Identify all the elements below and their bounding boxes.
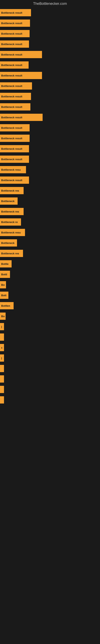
bar-row: Bottle [0, 258, 100, 269]
bar-label: Bott [1, 294, 6, 297]
bar-label: Bottleneck re [1, 220, 18, 224]
bar-row: Bott [0, 290, 100, 300]
bar-label: Bo [1, 283, 4, 286]
result-bar: Bottleneck re [0, 218, 21, 226]
bar-label: Bottleneck [1, 200, 14, 203]
bar-row: Bottleneck result [0, 122, 100, 133]
result-bar: Bottleneck result [0, 176, 29, 184]
bar-label: Bottleneck result [1, 95, 22, 98]
bar-label: Bottleneck [1, 242, 14, 244]
bar-label: Bottleneck result [1, 116, 22, 119]
result-bar: Bottleneck result [0, 135, 30, 142]
bar-row: Bottl [0, 269, 100, 280]
result-bar: Bottleneck result [0, 30, 30, 37]
bar-row: Bottleneck res [0, 185, 100, 196]
result-bar: Bottle [0, 260, 12, 268]
bar-label: Bottl [1, 273, 7, 276]
result-bar: Bottleneck [0, 239, 17, 246]
result-bar [0, 334, 4, 341]
bar-row: Bottleneck resu [0, 227, 100, 238]
result-bar [0, 365, 4, 372]
result-bar: | [0, 323, 4, 330]
bar-row: Bottleneck res [0, 206, 100, 217]
bar-label: | [1, 356, 2, 360]
bar-row: Bottleneck result [0, 39, 100, 49]
result-bar: Bottleneck result [0, 82, 32, 90]
bar-label: Bottleneck res [1, 252, 19, 255]
bars-container: Bottleneck resultBottleneck resultBottle… [0, 8, 100, 405]
bar-label: Bottleneck result [1, 22, 22, 25]
bar-label: Bottleneck result [1, 43, 22, 46]
bar-label: Bottle [1, 262, 9, 266]
title-text: TheBottlenecker.com [33, 2, 67, 6]
bar-row [0, 332, 100, 342]
bar-label: Bottleneck res [1, 210, 19, 213]
bar-row: Bo [0, 280, 100, 290]
bar-label: Bottleneck result [1, 64, 22, 66]
bar-row [0, 374, 100, 384]
bar-label: Bottleneck result [1, 106, 22, 108]
result-bar: Bottl [0, 271, 10, 278]
result-bar: Bottleneck res [0, 187, 24, 194]
bar-label: ε [1, 346, 2, 349]
bar-row: Bottleneck result [0, 102, 100, 112]
result-bar: ε [0, 344, 4, 351]
bar-row: Bottleneck [0, 238, 100, 248]
result-bar: Bottleneck res [0, 208, 24, 215]
result-bar: Bottleneck result [0, 62, 29, 69]
result-bar: Bottleneck [0, 198, 18, 205]
result-bar: Bottleneck result [0, 145, 29, 152]
bar-label: Bottleneck result [1, 74, 22, 77]
bar-label: Bottleneck result [1, 32, 22, 35]
bar-row: Bottleneck result [0, 144, 100, 154]
bar-label: Bottleneck res [1, 189, 19, 192]
result-bar: Bott [0, 292, 8, 299]
bar-row: Bottleneck result [0, 175, 100, 185]
result-bar [0, 386, 4, 393]
result-bar: Bottleneck result [0, 124, 30, 132]
bar-row: Bottleneck result [0, 49, 100, 60]
result-bar: Bottleneck resu [0, 229, 25, 236]
bar-row: Bottleneck result [0, 81, 100, 91]
bar-label: Bottleneck result [1, 11, 22, 14]
result-bar: Bottleneck result [0, 93, 31, 100]
bar-row: Bottleneck result [0, 8, 100, 18]
bar-label: Bottleneck resu [1, 231, 21, 234]
bar-row: Bottleneck result [0, 91, 100, 102]
bar-row [0, 395, 100, 405]
bar-label: Bottleneck result [1, 126, 22, 130]
bar-label: Bottleneck result [1, 158, 22, 161]
bar-label: Bottleneck result [1, 84, 22, 88]
bar-row: Bottlen [0, 300, 100, 311]
site-title: TheBottlenecker.com [0, 0, 100, 8]
bar-row: Bottleneck resu [0, 164, 100, 175]
result-bar: Bottleneck result [0, 103, 30, 110]
bar-row: Bo [0, 311, 100, 322]
result-bar: Bottleneck result [0, 72, 42, 79]
bar-row: ε [0, 342, 100, 353]
result-bar: Bo [0, 281, 6, 288]
result-bar: Bottlen [0, 302, 14, 309]
bar-label: Bottleneck result [1, 147, 22, 150]
bar-label: Bottlen [1, 304, 10, 307]
bar-row: Bottleneck result [0, 112, 100, 122]
bar-row: Bottleneck result [0, 60, 100, 70]
bar-row: Bottleneck result [0, 154, 100, 164]
result-bar: Bottleneck result [0, 156, 29, 163]
result-bar: Bottleneck result [0, 9, 31, 16]
result-bar: Bottleneck resu [0, 166, 26, 173]
bar-row: Bottleneck result [0, 18, 100, 28]
result-bar: Bottleneck result [0, 20, 30, 27]
bar-row: Bottleneck result [0, 133, 100, 144]
result-bar: Bottleneck result [0, 51, 42, 58]
bar-row: Bottleneck re [0, 217, 100, 227]
result-bar: Bottleneck res [0, 250, 23, 257]
bar-row [0, 384, 100, 395]
result-bar [0, 396, 4, 404]
result-bar: Bottleneck result [0, 114, 43, 121]
bar-label: | [1, 325, 2, 328]
bar-label: Bo [1, 315, 4, 318]
bar-row: | [0, 322, 100, 332]
bar-label: Bottleneck result [1, 137, 22, 140]
bar-row [0, 363, 100, 374]
